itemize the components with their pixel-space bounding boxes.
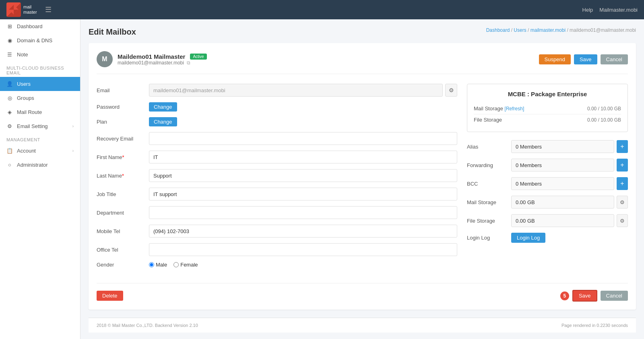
- form-content: Email ⚙ Password Change Plan Ch: [97, 84, 628, 273]
- email-setting-icon: ⚙: [6, 123, 13, 129]
- sidebar-item-account[interactable]: 📋 Account ›: [0, 144, 80, 158]
- email-settings-btn[interactable]: ⚙: [445, 84, 457, 97]
- copy-icon[interactable]: ⧉: [187, 60, 190, 66]
- login-log-button[interactable]: Login Log: [511, 233, 545, 243]
- sidebar-item-label: Administrator: [17, 162, 48, 168]
- page-header: Edit Mailbox Dashboard / Users / mailmas…: [89, 27, 636, 37]
- sidebar-item-email-setting[interactable]: ⚙ Email Setting ›: [0, 119, 80, 133]
- gender-label: Gender: [97, 262, 149, 268]
- sidebar-item-groups[interactable]: ◎ Groups: [0, 91, 80, 105]
- step-badge: 5: [560, 291, 569, 300]
- mail-storage-value: 0.00 / 10.00 GB: [587, 106, 621, 112]
- layout: ⊞ Dashboard ◉ Domain & DNS ☰ Note Multi-…: [0, 19, 644, 339]
- site-link[interactable]: Mailmaster.mobi: [599, 7, 638, 13]
- login-log-label: Login Log: [467, 235, 507, 241]
- sidebar-item-users[interactable]: 👤 Users: [0, 77, 80, 91]
- cancel-button-top[interactable]: Cancel: [601, 54, 628, 64]
- last-name-input[interactable]: [149, 169, 457, 182]
- first-name-input[interactable]: [149, 151, 457, 163]
- bcc-add-button[interactable]: +: [617, 177, 628, 190]
- office-tel-group: Office Tel: [97, 243, 457, 256]
- render-time: Page rendered in 0.2230 seconds: [561, 323, 628, 328]
- footer-right: 5 Save Cancel: [560, 290, 628, 302]
- file-storage-row: File Storage 0.00 / 10.00 GB: [474, 114, 621, 125]
- sidebar-item-label: Domain & DNS: [17, 37, 52, 43]
- password-change-button[interactable]: Change: [149, 102, 177, 112]
- gender-radio-group: Male Female: [149, 262, 198, 268]
- sidebar-item-administrator[interactable]: ○ Administrator: [0, 158, 80, 172]
- breadcrumb-users[interactable]: Users: [514, 27, 526, 33]
- department-group: Department: [97, 206, 457, 219]
- breadcrumb-dashboard[interactable]: Dashboard: [486, 27, 510, 33]
- chevron-right-icon-2: ›: [72, 149, 74, 153]
- groups-icon: ◎: [6, 95, 13, 101]
- header-actions: Suspend Save Cancel: [539, 54, 628, 64]
- last-name-label: Last Name*: [97, 173, 149, 179]
- file-storage-settings-btn[interactable]: ⚙: [617, 214, 628, 227]
- mail-storage-settings-btn[interactable]: ⚙: [617, 196, 628, 209]
- cancel-button-bottom[interactable]: Cancel: [601, 291, 628, 301]
- users-icon: 👤: [6, 81, 13, 87]
- section-label-management: Management: [0, 133, 80, 144]
- sidebar-item-label: Users: [17, 81, 31, 87]
- first-name-label: First Name*: [97, 154, 149, 160]
- forwarding-add-button[interactable]: +: [617, 159, 628, 172]
- sidebar-item-label: Dashboard: [17, 23, 43, 29]
- file-storage-value: 0.00 / 10.00 GB: [587, 117, 621, 123]
- mail-storage-label: Mail Storage [Refresh]: [474, 105, 524, 112]
- svg-marker-1: [9, 5, 14, 10]
- mobile-tel-input[interactable]: [149, 225, 457, 238]
- package-card: MCBE : Package Enterprise Mail Storage […: [467, 84, 628, 132]
- navbar-right: Help Mailmaster.mobi: [582, 7, 638, 13]
- file-storage-right-input: [511, 214, 614, 227]
- bcc-input: [511, 177, 614, 190]
- sidebar-item-label: Groups: [17, 95, 34, 101]
- sidebar-item-mail-route[interactable]: ◈ Mail Route: [0, 105, 80, 119]
- office-tel-input[interactable]: [149, 243, 457, 256]
- department-label: Department: [97, 210, 149, 216]
- recovery-email-input[interactable]: [149, 132, 457, 145]
- email-label: Email: [97, 87, 149, 93]
- email-group: Email ⚙: [97, 84, 457, 97]
- sidebar-item-note[interactable]: ☰ Note: [0, 48, 80, 62]
- department-input[interactable]: [149, 206, 457, 219]
- plan-change-button[interactable]: Change: [149, 117, 177, 126]
- save-button-top[interactable]: Save: [574, 54, 597, 64]
- suspend-button[interactable]: Suspend: [539, 54, 571, 64]
- gender-female-option[interactable]: Female: [173, 262, 198, 268]
- user-info: M Maildemo01 Mailmaster Active maildemo0…: [97, 51, 207, 67]
- sidebar-item-domain-dns[interactable]: ◉ Domain & DNS: [0, 33, 80, 48]
- forwarding-label: Forwarding: [467, 162, 507, 168]
- gender-female-radio[interactable]: [173, 262, 179, 267]
- mail-storage-group: Mail Storage ⚙: [467, 196, 628, 209]
- mail-storage-right-label: Mail Storage: [467, 199, 507, 205]
- package-title: MCBE : Package Enterprise: [474, 91, 621, 97]
- gender-male-option[interactable]: Male: [149, 262, 167, 268]
- hamburger-menu[interactable]: ☰: [45, 5, 52, 14]
- alias-add-button[interactable]: +: [617, 140, 628, 153]
- sidebar-item-dashboard[interactable]: ⊞ Dashboard: [0, 19, 80, 33]
- svg-marker-2: [14, 10, 19, 14]
- admin-icon: ○: [6, 162, 13, 168]
- delete-button[interactable]: Delete: [97, 291, 123, 301]
- save-button-bottom[interactable]: Save: [572, 290, 597, 302]
- alias-input: [511, 140, 614, 153]
- job-title-input[interactable]: [149, 188, 457, 201]
- breadcrumb-domain[interactable]: mailmaster.mobi: [530, 27, 566, 33]
- office-tel-label: Office Tel: [97, 247, 149, 253]
- page-footer: 2018 © Mail Master Co.,LTD. Backend Vers…: [89, 318, 636, 333]
- logo-text: mail master: [23, 4, 37, 15]
- sidebar-item-label: Note: [17, 52, 28, 58]
- navbar: mail master ☰ Help Mailmaster.mobi: [0, 0, 644, 19]
- section-label-mcbe: Multi-Cloud Business Email: [0, 62, 80, 77]
- alias-label: Alias: [467, 144, 507, 150]
- mail-route-icon: ◈: [6, 109, 13, 115]
- form-footer: Delete 5 Save Cancel: [97, 283, 628, 302]
- email-input[interactable]: [149, 84, 443, 97]
- bcc-label: BCC: [467, 181, 507, 187]
- job-title-group: Job Title: [97, 188, 457, 201]
- help-link[interactable]: Help: [582, 7, 593, 13]
- login-log-group: Login Log Login Log: [467, 233, 628, 243]
- refresh-link[interactable]: [Refresh]: [505, 106, 524, 112]
- gender-male-radio[interactable]: [149, 262, 154, 267]
